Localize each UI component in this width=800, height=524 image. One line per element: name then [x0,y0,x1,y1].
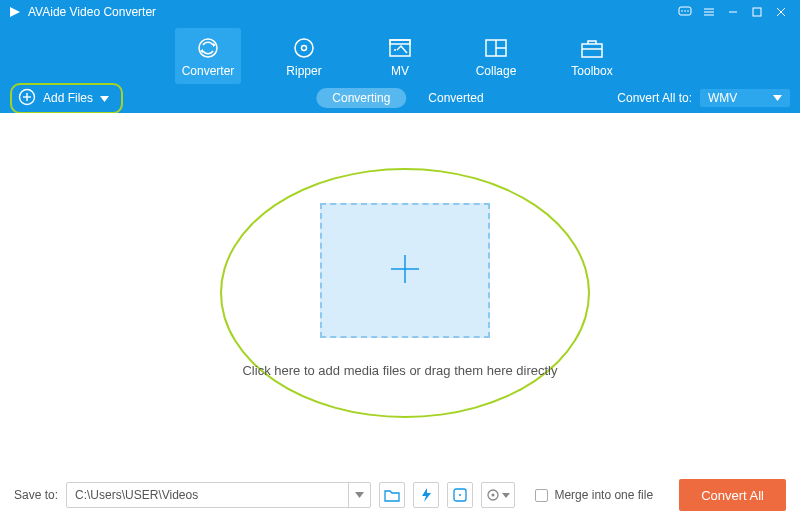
chevron-down-icon [100,91,109,105]
app-title: AVAide Video Converter [28,5,156,19]
tab-collage[interactable]: Collage [463,28,529,84]
convert-all-to-label: Convert All to: [617,91,692,105]
maximize-icon[interactable] [746,1,768,23]
plus-icon [385,249,425,293]
tab-label: Ripper [286,64,321,78]
menu-icon[interactable] [698,1,720,23]
drop-hint: Click here to add media files or drag th… [0,363,800,378]
svg-point-35 [459,494,461,496]
save-path-dropdown[interactable] [348,483,370,507]
svg-marker-32 [355,492,364,498]
nav-tabs: Converter Ripper MV Collage Toolbox [0,28,800,84]
svg-marker-29 [773,95,782,101]
app-logo-icon [8,5,22,19]
merge-label: Merge into one file [554,488,653,502]
output-format-select[interactable]: WMV [700,89,790,107]
settings-button[interactable] [481,482,515,508]
svg-marker-33 [422,488,431,502]
output-format-value: WMV [708,91,737,105]
open-folder-button[interactable] [379,482,405,508]
tab-label: Converter [182,64,235,78]
collage-icon [483,35,509,61]
svg-point-19 [394,49,396,51]
convert-all-label: Convert All [701,488,764,503]
tab-label: MV [391,64,409,78]
svg-point-16 [302,45,307,50]
tab-label: Toolbox [571,64,612,78]
tab-converted[interactable]: Converted [428,91,483,105]
footer: Save to: Merge into one file Convert All [0,466,800,524]
converter-icon [195,35,221,61]
ripper-icon [291,35,317,61]
gpu-accel-button[interactable] [413,482,439,508]
titlebar: AVAide Video Converter [0,0,800,24]
plus-circle-icon [18,88,36,109]
save-to-label: Save to: [14,488,58,502]
svg-point-3 [684,10,686,12]
tab-ripper[interactable]: Ripper [271,28,337,84]
close-icon[interactable] [770,1,792,23]
svg-marker-28 [100,96,109,102]
tab-toolbox[interactable]: Toolbox [559,28,625,84]
convert-all-button[interactable]: Convert All [679,479,786,511]
mv-icon [387,35,413,61]
add-files-label: Add Files [43,91,93,105]
content-area: Click here to add media files or drag th… [0,113,800,466]
svg-marker-0 [10,7,20,17]
tab-label: Collage [476,64,517,78]
tab-converter[interactable]: Converter [175,28,241,84]
merge-checkbox[interactable]: Merge into one file [535,488,653,502]
task-schedule-button[interactable] [447,482,473,508]
header: AVAide Video Converter Converter [0,0,800,113]
drop-zone[interactable] [320,203,490,338]
minimize-icon[interactable] [722,1,744,23]
checkbox-icon [535,489,548,502]
convert-all-to: Convert All to: WMV [617,89,790,107]
svg-rect-18 [390,40,410,44]
save-path-input[interactable] [67,488,348,502]
svg-rect-9 [753,8,761,16]
svg-point-37 [492,494,495,497]
svg-point-2 [681,10,683,12]
tab-converting[interactable]: Converting [316,88,406,108]
subbar: Add Files Converting Converted Convert A… [0,83,800,113]
svg-point-4 [687,10,689,12]
tab-mv[interactable]: MV [367,28,433,84]
svg-rect-23 [582,44,602,57]
chevron-down-icon [773,95,782,101]
add-files-button[interactable]: Add Files [10,83,123,114]
feedback-icon[interactable] [674,1,696,23]
svg-point-15 [295,39,313,57]
save-path-box [66,482,371,508]
toolbox-icon [579,35,605,61]
svg-marker-38 [502,493,510,498]
status-tabs: Converting Converted [316,88,483,108]
